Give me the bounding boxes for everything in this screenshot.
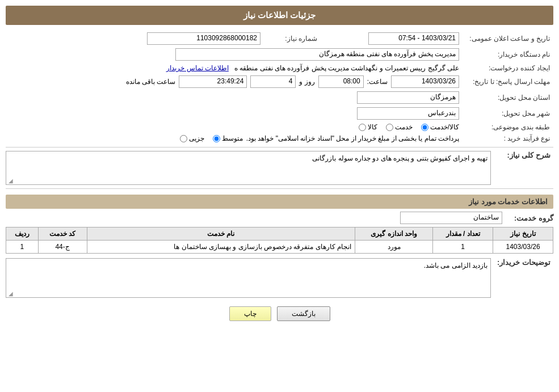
category-option-khedmat[interactable]: خدمت — [386, 123, 413, 131]
creator-label: ایجاد کننده درخواست: — [463, 62, 553, 74]
need-description-section-label: شرح کلی نیاز: — [491, 151, 553, 159]
send-deadline-days[interactable]: 4 — [250, 75, 296, 88]
buyer-notes-text: بازدید الزامی می باشد. — [424, 262, 487, 269]
divider-1 — [6, 147, 553, 147]
announcement-date-label: تاریخ و ساعت اعلان عمومی: — [463, 31, 553, 47]
send-deadline-remaining-label: ساعت باقی مانده — [126, 78, 176, 86]
services-table: تاریخ نیاز تعداد / مقدار واحد اندازه گیر… — [6, 227, 553, 254]
creator-value: علی گرگیج رییس تعمیرات و نگهداشت مدیریت … — [234, 64, 459, 72]
send-deadline-remaining[interactable]: 23:49:24 — [179, 75, 247, 88]
purchase-type-row: پرداخت تمام یا بخشی از مبلغ خریدار از مح… — [9, 134, 459, 142]
service-group-input[interactable]: ساختمان — [400, 212, 502, 224]
requester-org-input[interactable]: مدیریت پخش فرآورده های نفتی منطقه هرمزگا… — [175, 48, 459, 61]
need-number-value: 1103092868000182 — [6, 31, 264, 47]
send-deadline-days-label: روز و — [299, 78, 314, 86]
buyer-notes-label: توضیحات خریدار: — [491, 258, 553, 267]
send-deadline-label: مهلت ارسال پاسخ: تا تاریخ: — [463, 74, 553, 90]
send-deadline-time-label: ساعت: — [367, 78, 388, 86]
col-date: تاریخ نیاز — [493, 227, 553, 241]
delivery-province-label: استان محل تحویل: — [463, 90, 553, 106]
purchase-type-jozi[interactable]: جزیی — [180, 134, 204, 142]
need-number-input[interactable]: 1103092868000182 — [147, 32, 260, 45]
need-description-row: شرح کلی نیاز: تهیه و اجرای کفپوش بتنی و … — [6, 151, 553, 185]
col-row-number: ردیف — [6, 227, 39, 241]
col-service-name: نام خدمت — [87, 227, 355, 241]
service-group-label: گروه خدمت: — [502, 214, 553, 222]
purchase-type-motavasset[interactable]: متوسط — [213, 134, 243, 142]
main-info-table: تاریخ و ساعت اعلان عمومی: 1403/03/21 - 0… — [6, 31, 553, 144]
resize-handle[interactable]: ◢ — [7, 178, 13, 183]
cell-date: 1403/03/26 — [493, 241, 553, 254]
category-option-kala-khedmat[interactable]: کالا/خدمت — [421, 123, 459, 131]
cell-unit: مورد — [355, 241, 432, 254]
send-deadline-date[interactable]: 1403/03/26 — [391, 75, 459, 88]
need-description-text: تهیه و اجرای کفپوش بتنی و پنجره های دو ج… — [312, 154, 487, 162]
delivery-city-label: شهر محل تحویل: — [463, 106, 553, 121]
back-button[interactable]: بازگشت — [277, 306, 330, 321]
need-description-container: تهیه و اجرای کفپوش بتنی و پنجره های دو ج… — [6, 151, 491, 185]
divider-2 — [6, 188, 553, 189]
purchase-type-note: پرداخت تمام یا بخشی از مبلغ خریدار از مح… — [246, 134, 459, 142]
need-description-input[interactable]: تهیه و اجرای کفپوش بتنی و پنجره های دو ج… — [6, 151, 491, 185]
creator-link[interactable]: اطلاعات تماس خریدار — [166, 64, 229, 72]
category-option-kala[interactable]: کالا — [359, 123, 377, 131]
buyer-notes-resize-handle[interactable]: ◢ — [7, 290, 13, 296]
page-title: جزئیات اطلاعات نیاز — [6, 6, 553, 25]
cell-row-number: 1 — [6, 241, 39, 254]
category-label: طبقه بندی موضوعی: — [463, 121, 553, 133]
delivery-province-input[interactable]: هرمزگان — [357, 91, 459, 104]
buyer-notes-row: توضیحات خریدار: بازدید الزامی می باشد. ◢ — [6, 258, 553, 298]
buyer-notes-input[interactable]: بازدید الزامی می باشد. ◢ — [6, 258, 491, 298]
service-group-row: گروه خدمت: ساختمان — [6, 212, 553, 224]
delivery-city-input[interactable]: بندرعباس — [357, 107, 459, 120]
cell-service-code: ج-44 — [38, 241, 87, 254]
cell-service-name: انجام کارهای متفرقه درخصوص بازسازی و بهس… — [87, 241, 355, 254]
print-button[interactable]: چاپ — [229, 306, 271, 321]
services-section-header: اطلاعات خدمات مورد نیاز — [6, 195, 553, 209]
buyer-notes-container: بازدید الزامی می باشد. ◢ — [6, 258, 491, 298]
col-unit: واحد اندازه گیری — [355, 227, 432, 241]
announcement-date-input[interactable]: 1403/03/21 - 07:54 — [368, 32, 459, 45]
requester-org-label: نام دستگاه خریدار: — [463, 47, 553, 62]
col-service-code: کد خدمت — [38, 227, 87, 241]
purchase-type-label: نوع فرآیند خرید : — [463, 133, 553, 144]
category-radio-group: کالا/خدمت خدمت کالا — [9, 123, 459, 131]
send-deadline-time[interactable]: 08:00 — [318, 75, 364, 88]
need-number-label: شماره نیاز: — [264, 31, 321, 47]
button-group: بازگشت چاپ — [6, 306, 553, 321]
col-quantity: تعداد / مقدار — [433, 227, 493, 241]
announcement-date-value: 1403/03/21 - 07:54 — [349, 31, 463, 47]
cell-quantity: 1 — [433, 241, 493, 254]
table-row: 1403/03/26 1 مورد انجام کارهای متفرقه در… — [6, 241, 553, 254]
purchase-type-radio-group: متوسط جزیی — [180, 134, 243, 142]
